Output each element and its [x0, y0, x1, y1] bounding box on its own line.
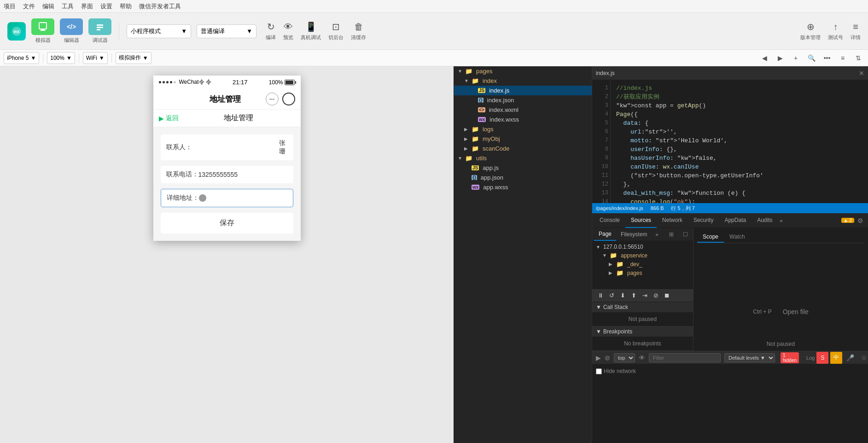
code-line: deal_with_msg: "kw">function (e) {	[616, 189, 862, 198]
list-btn[interactable]: ≡	[837, 52, 849, 64]
devtools-tab-security[interactable]: Security	[688, 213, 719, 228]
clear-cache-btn[interactable]: 🗑 清缓存	[351, 22, 366, 41]
file-tree-item[interactable]: JS app.js	[454, 163, 592, 173]
console-icon-settings[interactable]: ⚙	[858, 352, 868, 364]
main-content: WeChat令 令 21:17 100% 地址管理 •••	[0, 66, 868, 443]
add-btn[interactable]: +	[790, 52, 802, 64]
detail-btn[interactable]: ≡ 详情	[851, 22, 861, 41]
device-sep-3	[111, 53, 112, 63]
phone-more-icon[interactable]: •••	[266, 93, 279, 105]
console-icon-s[interactable]: S	[816, 352, 828, 364]
code-content[interactable]: //index.js//获取应用实例"kw">const app = getAp…	[611, 80, 868, 203]
mode-select[interactable]: 小程序模式 ▼	[127, 24, 191, 38]
network-select[interactable]: WiFi ▼	[83, 52, 108, 64]
callstack-header[interactable]: ▼ Call Stack	[592, 302, 693, 312]
file-tree-item[interactable]: {} index.json	[454, 95, 592, 105]
editor-btn[interactable]: </> 编辑器	[60, 18, 83, 44]
simulator-btn[interactable]: 模拟器	[31, 18, 54, 44]
menu-interface[interactable]: 界面	[81, 2, 93, 11]
devtools-tab-audits[interactable]: Audits	[751, 213, 778, 228]
open-file-label[interactable]: Open file	[783, 308, 809, 315]
fs-panel-btn[interactable]: ☐	[679, 228, 691, 240]
toolbar-actions: ↻ 编译 👁 预览 📱 真机调试 ⊡ 切后台 🗑 清缓存	[266, 21, 366, 41]
upload-btn[interactable]: ↑ 测试号	[828, 22, 843, 41]
menu-tool[interactable]: 工具	[62, 2, 74, 11]
more-btn[interactable]: •••	[821, 52, 833, 64]
preview-btn[interactable]: 👁 预览	[283, 22, 293, 41]
file-tree-item[interactable]: ▶ 📁 logs	[454, 124, 592, 134]
devtools-tree-item[interactable]: ▶ 📁 pages	[592, 268, 693, 277]
version-mgmt-btn[interactable]: ⊕ 版本管理	[800, 21, 821, 41]
devtools-close-btn[interactable]: ✕	[859, 70, 864, 77]
compile-btn[interactable]: ↻ 编译	[266, 21, 276, 41]
fs-more-btn[interactable]: »	[653, 232, 660, 237]
filesystem-tab[interactable]: Filesystem	[616, 228, 652, 241]
page-tab[interactable]: Page	[594, 228, 616, 241]
address-input[interactable]	[199, 194, 287, 202]
next-btn[interactable]: ▶	[774, 52, 786, 64]
pause-resume-btn[interactable]: ⏸	[596, 291, 605, 300]
phone-back-btn[interactable]: ▶ 返回	[159, 114, 179, 122]
menu-edit[interactable]: 编辑	[42, 2, 54, 11]
console-icon-zh[interactable]: 中	[830, 352, 842, 364]
file-tree-item[interactable]: ▼ 📁 pages	[454, 66, 592, 76]
scope-tab[interactable]: Scope	[697, 232, 724, 243]
hide-network-checkbox[interactable]	[596, 368, 602, 374]
deactivate-btn[interactable]: ⊘	[651, 291, 660, 300]
file-tree-item[interactable]: {} app.json	[454, 173, 592, 182]
file-tree-item[interactable]: wx index.wxss	[454, 115, 592, 124]
step-into-btn[interactable]: ⬇	[618, 291, 627, 300]
console-icon-mic[interactable]: 🎤	[844, 352, 856, 364]
console-block-btn[interactable]: ⊘	[605, 352, 610, 364]
debugger-btn[interactable]: 调试器	[88, 18, 111, 44]
backend-btn[interactable]: ⊡ 切后台	[328, 21, 344, 41]
breakpoints-header[interactable]: ▼ Breakpoints	[592, 326, 693, 337]
menu-file[interactable]: 文件	[23, 2, 35, 11]
menu-project[interactable]: 项目	[4, 2, 16, 11]
menu-wechat-devtools[interactable]: 微信开发者工具	[139, 2, 181, 11]
devtools-tree-item[interactable]: ▼ 📁 appservice	[592, 251, 693, 260]
device-select[interactable]: iPhone 5 ▼	[4, 52, 39, 64]
step-over-btn[interactable]: ↺	[607, 291, 616, 300]
stop-btn[interactable]: ⏹	[662, 291, 671, 300]
real-device-btn[interactable]: 📱 真机调试	[301, 21, 321, 41]
devtools-settings-btn[interactable]: ⚙	[854, 215, 866, 227]
watch-tab[interactable]: Watch	[724, 232, 751, 243]
step-long-btn[interactable]: ⇥	[640, 291, 649, 300]
devtools-tree-item[interactable]: ▶ 📁 _dev_	[592, 260, 693, 268]
menu-help[interactable]: 帮助	[120, 2, 132, 11]
save-btn[interactable]: 保存	[161, 213, 293, 233]
step-out-btn[interactable]: ⬆	[629, 291, 638, 300]
search-btn[interactable]: 🔍	[805, 52, 817, 64]
file-tree-item[interactable]: <> index.wxml	[454, 105, 592, 115]
devtools-tab-network[interactable]: Network	[657, 213, 688, 228]
devtools-tab-sources[interactable]: Sources	[625, 213, 657, 228]
console-run-btn[interactable]: ▶	[596, 352, 601, 364]
console-levels-select[interactable]: Default levels ▼	[724, 353, 775, 362]
prev-btn[interactable]: ◀	[758, 52, 770, 64]
device-sep-1	[43, 53, 43, 63]
sort-btn[interactable]: ⇅	[852, 52, 864, 64]
fs-settings-btn[interactable]: ⊞	[665, 228, 677, 240]
console-eye-btn[interactable]: 👁	[639, 352, 645, 364]
console-filter-input[interactable]	[649, 353, 721, 362]
file-tree-item[interactable]: ▼ 📁 index	[454, 76, 592, 86]
console-context-select[interactable]: top	[614, 353, 635, 362]
devtools-more-tabs[interactable]: »	[778, 218, 785, 223]
file-tree-item[interactable]: ▶ 📁 myObj	[454, 134, 592, 144]
menu-settings[interactable]: 设置	[100, 2, 112, 11]
phone-record-icon[interactable]	[282, 93, 295, 105]
zoom-select[interactable]: 100% ▼	[47, 52, 75, 64]
devtools-tab-console[interactable]: Console	[594, 213, 625, 228]
contact-input[interactable]	[198, 144, 279, 151]
back-label: 返回	[166, 114, 179, 122]
operation-select[interactable]: 模拟操作 ▼	[116, 52, 151, 64]
file-tree-item[interactable]: ▶ 📁 scanCode	[454, 144, 592, 153]
devtools-tree-item[interactable]: ▼ 127.0.0.1:56510	[592, 243, 693, 251]
file-tree-item[interactable]: ▼ 📁 utils	[454, 153, 592, 163]
compile-mode-select[interactable]: 普通编译 ▼	[197, 24, 256, 38]
file-tree-item[interactable]: JS index.js	[454, 86, 592, 95]
address-row[interactable]: 详细地址：	[161, 189, 293, 207]
file-tree-item[interactable]: wx app.wxss	[454, 182, 592, 192]
devtools-tab-appdata[interactable]: AppData	[719, 213, 751, 228]
